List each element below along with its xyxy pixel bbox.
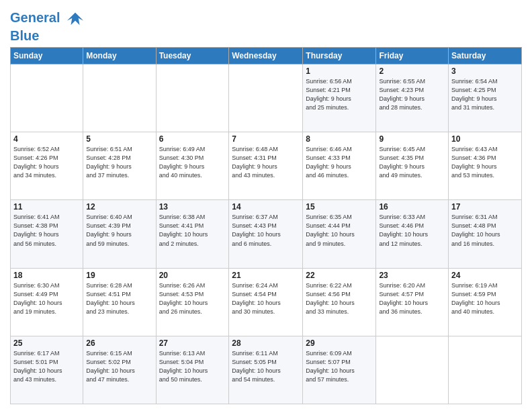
day-number: 2 <box>379 66 445 76</box>
calendar-cell <box>376 336 449 404</box>
day-number: 24 <box>451 271 519 280</box>
day-number: 5 <box>86 134 152 144</box>
day-number: 11 <box>13 202 80 212</box>
calendar-cell: 5Sunrise: 6:51 AM Sunset: 4:28 PM Daylig… <box>83 132 156 200</box>
day-info: Sunrise: 6:54 AM Sunset: 4:25 PM Dayligh… <box>451 77 519 112</box>
calendar-week-row: 4Sunrise: 6:52 AM Sunset: 4:26 PM Daylig… <box>11 132 522 200</box>
day-number: 13 <box>159 202 226 212</box>
day-number: 23 <box>379 271 445 280</box>
calendar-cell: 9Sunrise: 6:45 AM Sunset: 4:35 PM Daylig… <box>376 132 449 200</box>
day-info: Sunrise: 6:52 AM Sunset: 4:26 PM Dayligh… <box>13 145 80 180</box>
day-info: Sunrise: 6:41 AM Sunset: 4:38 PM Dayligh… <box>13 213 80 248</box>
day-info: Sunrise: 6:11 AM Sunset: 5:05 PM Dayligh… <box>232 349 300 384</box>
day-number: 19 <box>86 271 152 280</box>
day-number: 27 <box>159 338 226 348</box>
day-number: 15 <box>306 202 373 212</box>
calendar-table: SundayMondayTuesdayWednesdayThursdayFrid… <box>10 47 522 404</box>
calendar-week-row: 25Sunrise: 6:17 AM Sunset: 5:01 PM Dayli… <box>11 336 522 404</box>
day-number: 7 <box>232 134 300 144</box>
calendar-cell <box>83 64 156 132</box>
calendar-cell: 24Sunrise: 6:19 AM Sunset: 4:59 PM Dayli… <box>449 268 522 336</box>
day-number: 9 <box>379 134 445 144</box>
day-number: 22 <box>306 271 373 280</box>
calendar-cell: 17Sunrise: 6:31 AM Sunset: 4:48 PM Dayli… <box>449 200 522 268</box>
logo-bird-icon <box>66 9 85 28</box>
day-number: 18 <box>13 271 80 280</box>
day-number: 25 <box>13 338 80 348</box>
day-number: 28 <box>232 338 300 348</box>
day-info: Sunrise: 6:35 AM Sunset: 4:44 PM Dayligh… <box>306 213 373 248</box>
calendar-cell: 27Sunrise: 6:13 AM Sunset: 5:04 PM Dayli… <box>156 336 229 404</box>
day-info: Sunrise: 6:38 AM Sunset: 4:41 PM Dayligh… <box>159 213 226 248</box>
logo-general: General <box>10 10 60 25</box>
day-number: 8 <box>306 134 373 144</box>
calendar-cell: 7Sunrise: 6:48 AM Sunset: 4:31 PM Daylig… <box>229 132 303 200</box>
day-info: Sunrise: 6:13 AM Sunset: 5:04 PM Dayligh… <box>159 349 226 384</box>
calendar-cell <box>449 336 522 404</box>
day-number: 20 <box>159 271 226 280</box>
calendar-cell: 6Sunrise: 6:49 AM Sunset: 4:30 PM Daylig… <box>156 132 229 200</box>
day-info: Sunrise: 6:30 AM Sunset: 4:49 PM Dayligh… <box>13 281 80 316</box>
weekday-header-cell: Saturday <box>449 48 522 64</box>
calendar-cell: 23Sunrise: 6:20 AM Sunset: 4:57 PM Dayli… <box>376 268 449 336</box>
calendar-cell: 11Sunrise: 6:41 AM Sunset: 4:38 PM Dayli… <box>11 200 83 268</box>
day-number: 6 <box>159 134 226 144</box>
calendar-cell <box>229 64 303 132</box>
weekday-header-row: SundayMondayTuesdayWednesdayThursdayFrid… <box>11 48 522 64</box>
day-number: 4 <box>13 134 80 144</box>
day-info: Sunrise: 6:31 AM Sunset: 4:48 PM Dayligh… <box>451 213 519 248</box>
calendar-week-row: 11Sunrise: 6:41 AM Sunset: 4:38 PM Dayli… <box>11 200 522 268</box>
day-info: Sunrise: 6:45 AM Sunset: 4:35 PM Dayligh… <box>379 145 445 180</box>
day-info: Sunrise: 6:17 AM Sunset: 5:01 PM Dayligh… <box>13 349 80 384</box>
day-info: Sunrise: 6:55 AM Sunset: 4:23 PM Dayligh… <box>379 77 445 112</box>
day-info: Sunrise: 6:51 AM Sunset: 4:28 PM Dayligh… <box>86 145 152 180</box>
weekday-header-cell: Sunday <box>11 48 83 64</box>
day-info: Sunrise: 6:37 AM Sunset: 4:43 PM Dayligh… <box>232 213 300 248</box>
day-info: Sunrise: 6:20 AM Sunset: 4:57 PM Dayligh… <box>379 281 445 316</box>
day-info: Sunrise: 6:46 AM Sunset: 4:33 PM Dayligh… <box>306 145 373 180</box>
calendar-cell: 21Sunrise: 6:24 AM Sunset: 4:54 PM Dayli… <box>229 268 303 336</box>
calendar-cell: 26Sunrise: 6:15 AM Sunset: 5:02 PM Dayli… <box>83 336 156 404</box>
day-number: 10 <box>451 134 519 144</box>
calendar-cell: 10Sunrise: 6:43 AM Sunset: 4:36 PM Dayli… <box>449 132 522 200</box>
calendar-cell: 28Sunrise: 6:11 AM Sunset: 5:05 PM Dayli… <box>229 336 303 404</box>
day-info: Sunrise: 6:19 AM Sunset: 4:59 PM Dayligh… <box>451 281 519 316</box>
day-info: Sunrise: 6:40 AM Sunset: 4:39 PM Dayligh… <box>86 213 152 248</box>
calendar-cell: 13Sunrise: 6:38 AM Sunset: 4:41 PM Dayli… <box>156 200 229 268</box>
weekday-header-cell: Wednesday <box>229 48 303 64</box>
day-number: 17 <box>451 202 519 212</box>
calendar-cell: 3Sunrise: 6:54 AM Sunset: 4:25 PM Daylig… <box>449 64 522 132</box>
day-info: Sunrise: 6:24 AM Sunset: 4:54 PM Dayligh… <box>232 281 300 316</box>
svg-marker-0 <box>67 13 83 26</box>
day-info: Sunrise: 6:09 AM Sunset: 5:07 PM Dayligh… <box>306 349 373 384</box>
weekday-header-cell: Monday <box>83 48 156 64</box>
calendar-cell: 12Sunrise: 6:40 AM Sunset: 4:39 PM Dayli… <box>83 200 156 268</box>
calendar-cell: 19Sunrise: 6:28 AM Sunset: 4:51 PM Dayli… <box>83 268 156 336</box>
weekday-header-cell: Friday <box>376 48 449 64</box>
day-number: 12 <box>86 202 152 212</box>
day-number: 21 <box>232 271 300 280</box>
calendar-body: 1Sunrise: 6:56 AM Sunset: 4:21 PM Daylig… <box>11 64 522 404</box>
day-number: 26 <box>86 338 152 348</box>
calendar-cell: 25Sunrise: 6:17 AM Sunset: 5:01 PM Dayli… <box>11 336 83 404</box>
calendar-cell: 22Sunrise: 6:22 AM Sunset: 4:56 PM Dayli… <box>303 268 376 336</box>
weekday-header-cell: Tuesday <box>156 48 229 64</box>
calendar-cell: 15Sunrise: 6:35 AM Sunset: 4:44 PM Dayli… <box>303 200 376 268</box>
calendar-cell: 16Sunrise: 6:33 AM Sunset: 4:46 PM Dayli… <box>376 200 449 268</box>
day-number: 14 <box>232 202 300 212</box>
calendar-cell: 29Sunrise: 6:09 AM Sunset: 5:07 PM Dayli… <box>303 336 376 404</box>
weekday-header-cell: Thursday <box>303 48 376 64</box>
day-info: Sunrise: 6:22 AM Sunset: 4:56 PM Dayligh… <box>306 281 373 316</box>
header: General Blue <box>10 7 522 43</box>
calendar-week-row: 1Sunrise: 6:56 AM Sunset: 4:21 PM Daylig… <box>11 64 522 132</box>
calendar-cell <box>11 64 83 132</box>
calendar-cell: 18Sunrise: 6:30 AM Sunset: 4:49 PM Dayli… <box>11 268 83 336</box>
day-info: Sunrise: 6:28 AM Sunset: 4:51 PM Dayligh… <box>86 281 152 316</box>
logo: General Blue <box>10 9 85 43</box>
day-info: Sunrise: 6:33 AM Sunset: 4:46 PM Dayligh… <box>379 213 445 248</box>
calendar-cell <box>156 64 229 132</box>
day-info: Sunrise: 6:56 AM Sunset: 4:21 PM Dayligh… <box>306 77 373 112</box>
day-number: 29 <box>306 338 373 348</box>
day-number: 1 <box>306 66 373 76</box>
day-info: Sunrise: 6:49 AM Sunset: 4:30 PM Dayligh… <box>159 145 226 180</box>
